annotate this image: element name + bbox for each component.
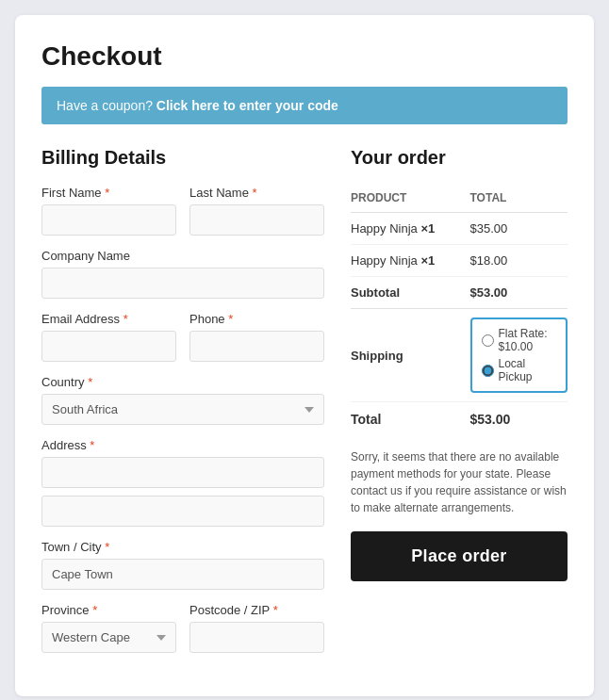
subtotal-row: Subtotal $53.00 [351, 277, 568, 309]
postcode-required: * [273, 603, 278, 617]
province-group: Province * Western Cape Eastern Cape Gau… [41, 603, 176, 653]
country-label: Country * [41, 375, 324, 389]
email-required: * [123, 312, 128, 326]
flat-rate-label: Flat Rate:$10.00 [499, 327, 548, 353]
subtotal-label: Subtotal [351, 277, 470, 309]
first-name-input[interactable] [41, 204, 176, 236]
shipping-option-flat-rate: Flat Rate:$10.00 [482, 327, 557, 353]
order-item-row: Happy Ninja ×1 $18.00 [351, 245, 568, 277]
place-order-button[interactable]: Place order [351, 531, 568, 581]
shipping-options-cell: Flat Rate:$10.00 Local Pickup [470, 309, 568, 402]
page-title: Checkout [41, 41, 568, 72]
province-postcode-row: Province * Western Cape Eastern Cape Gau… [41, 603, 324, 653]
shipping-options-list: Flat Rate:$10.00 Local Pickup [482, 327, 557, 383]
coupon-link[interactable]: Click here to enter your code [156, 98, 338, 113]
phone-group: Phone * [189, 312, 324, 362]
country-select[interactable]: South Africa United States United Kingdo… [41, 394, 324, 425]
company-name-group: Company Name [41, 249, 324, 299]
address-line2-input[interactable] [41, 496, 324, 527]
order-section: Your order PRODUCT TOTAL Happy Ninja ×1 … [351, 147, 568, 666]
address-line1-input[interactable] [41, 457, 324, 488]
company-name-input[interactable] [41, 268, 324, 299]
billing-section: Billing Details First Name * Last Name * [41, 147, 324, 666]
coupon-banner: Have a coupon? Click here to enter your … [41, 87, 568, 124]
billing-title: Billing Details [41, 147, 324, 169]
total-row: Total $53.00 [351, 402, 568, 436]
shipping-options-box: Flat Rate:$10.00 Local Pickup [470, 317, 568, 393]
last-name-input[interactable] [189, 204, 324, 236]
address-required: * [90, 438, 94, 452]
town-city-required: * [105, 540, 109, 554]
checkout-page: Checkout Have a coupon? Click here to en… [15, 15, 594, 696]
town-city-group: Town / City * [41, 540, 324, 590]
local-pickup-label: Local Pickup [499, 357, 557, 383]
order-item-price-2: $18.00 [470, 245, 568, 277]
address-label: Address * [41, 438, 324, 452]
col-total-header: TOTAL [470, 186, 568, 213]
email-label: Email Address * [41, 312, 176, 326]
email-input[interactable] [41, 331, 176, 362]
name-row: First Name * Last Name * [41, 186, 324, 236]
postcode-input[interactable] [189, 622, 324, 653]
address-group: Address * [41, 438, 324, 527]
order-title: Your order [351, 147, 568, 169]
phone-label: Phone * [189, 312, 324, 326]
order-item-row: Happy Ninja ×1 $35.00 [351, 213, 568, 245]
shipping-row: Shipping Flat Rate:$10.00 [351, 309, 568, 402]
country-group: Country * South Africa United States Uni… [41, 375, 324, 425]
last-name-required: * [253, 186, 257, 200]
subtotal-value: $53.00 [470, 277, 568, 309]
coupon-prefix: Have a coupon? [57, 98, 153, 113]
last-name-group: Last Name * [189, 186, 324, 236]
email-group: Email Address * [41, 312, 176, 362]
first-name-label: First Name * [41, 186, 176, 200]
payment-warning: Sorry, it seems that there are no availa… [351, 448, 568, 516]
order-table: PRODUCT TOTAL Happy Ninja ×1 $35.00 Happ… [351, 186, 568, 435]
province-required: * [92, 603, 97, 617]
local-pickup-radio[interactable] [482, 365, 494, 377]
town-city-input[interactable] [41, 559, 324, 590]
order-item-name-2: Happy Ninja ×1 [351, 245, 470, 277]
order-item-name-1: Happy Ninja ×1 [351, 213, 470, 245]
flat-rate-radio[interactable] [482, 334, 494, 347]
phone-required: * [228, 312, 233, 326]
country-required: * [88, 375, 92, 389]
last-name-label: Last Name * [189, 186, 324, 200]
shipping-option-local-pickup: Local Pickup [482, 357, 557, 383]
total-label: Total [351, 402, 470, 436]
province-select[interactable]: Western Cape Eastern Cape Gauteng KwaZul… [41, 622, 176, 653]
postcode-label: Postcode / ZIP * [189, 603, 324, 617]
total-value: $53.00 [470, 402, 568, 436]
postcode-group: Postcode / ZIP * [189, 603, 324, 653]
col-product-header: PRODUCT [351, 186, 470, 213]
email-phone-row: Email Address * Phone * [41, 312, 324, 362]
province-label: Province * [41, 603, 176, 617]
shipping-label: Shipping [351, 309, 470, 402]
order-item-price-1: $35.00 [470, 213, 568, 245]
company-name-label: Company Name [41, 249, 324, 263]
main-layout: Billing Details First Name * Last Name * [41, 147, 568, 666]
town-city-label: Town / City * [41, 540, 324, 554]
first-name-required: * [105, 186, 109, 200]
first-name-group: First Name * [41, 186, 176, 236]
phone-input[interactable] [189, 331, 324, 362]
